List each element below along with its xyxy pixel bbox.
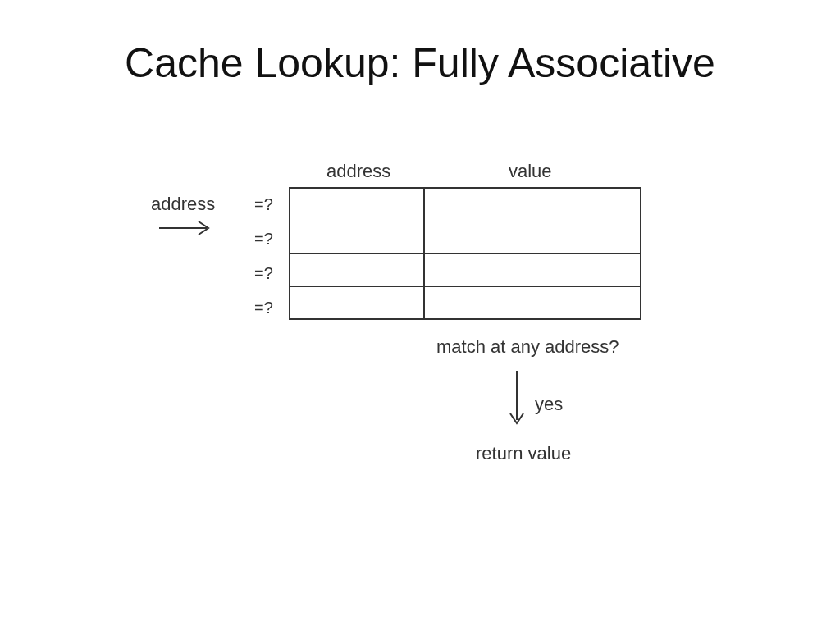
cache-diagram: address value address =? =? =? =? match … [148,148,722,541]
arrow-right-icon [158,220,219,236]
compare-label: =? [254,264,273,283]
input-address-label: address [151,194,215,215]
column-header-value: value [509,161,552,182]
table-row [290,253,641,286]
yes-label: yes [535,394,563,415]
match-question-label: match at any address? [436,336,619,358]
arrow-down-icon [507,368,527,431]
compare-label: =? [254,230,273,249]
table-row [290,221,641,253]
compare-label: =? [254,195,273,214]
compare-label: =? [254,299,273,317]
column-header-address: address [326,161,390,182]
table-row [290,188,641,221]
table-row [290,286,641,319]
slide-title: Cache Lookup: Fully Associative [0,39,840,87]
return-value-label: return value [476,443,571,464]
cache-table [289,187,641,320]
